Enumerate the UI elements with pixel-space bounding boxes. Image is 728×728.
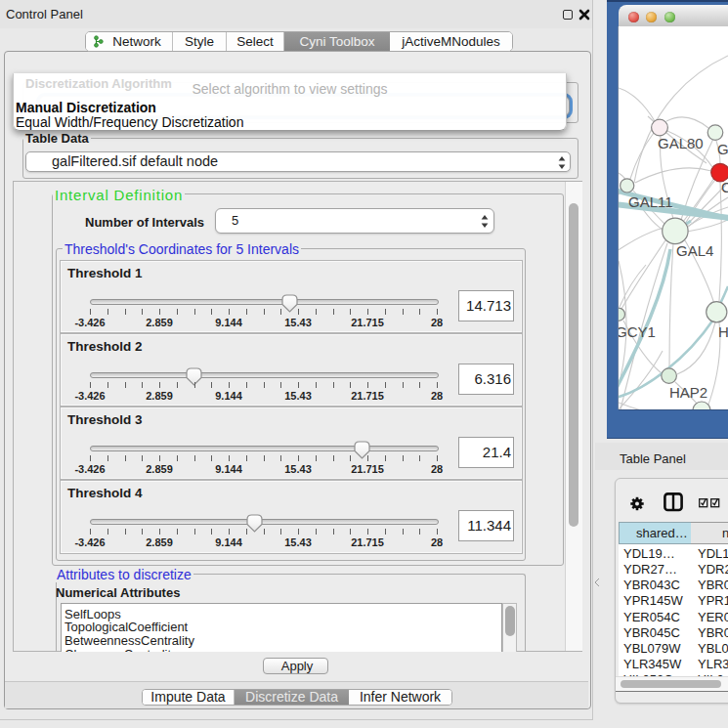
svg-text:C: C: [721, 179, 728, 195]
svg-text:HAP2: HAP2: [669, 384, 707, 401]
svg-text:GCY1: GCY1: [619, 323, 656, 340]
svg-text:GAL11: GAL11: [628, 193, 673, 210]
svg-text:H: H: [718, 323, 728, 340]
svg-text:GAL80: GAL80: [658, 135, 704, 151]
svg-text:G.: G.: [717, 141, 728, 157]
svg-text:GAL4: GAL4: [676, 242, 713, 259]
